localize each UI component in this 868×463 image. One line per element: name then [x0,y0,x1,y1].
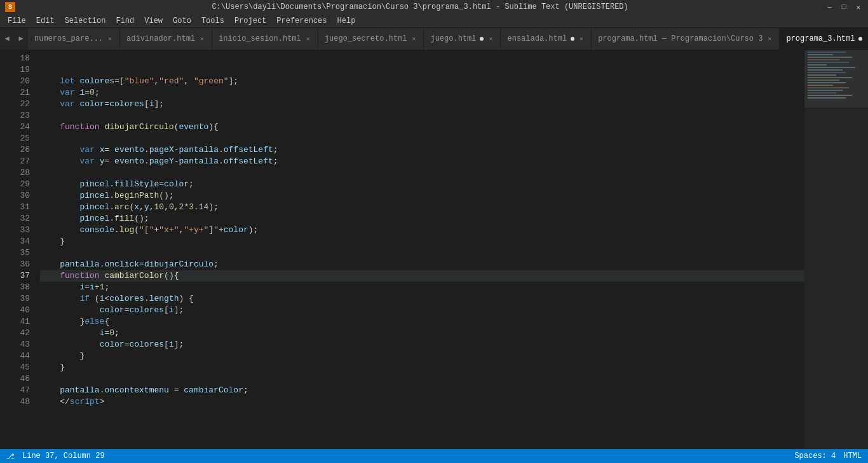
tab-close[interactable]: ✕ [578,34,585,43]
code-line-21: var i=0; [40,87,804,99]
tab-next-button[interactable]: ▶ [14,28,28,50]
line-num-47: 47 [0,385,30,396]
menu-bar: File Edit Selection Find View Goto Tools… [0,14,868,28]
code-line-22: var color=colores[i]; [40,99,804,110]
minimize-button[interactable]: — [825,3,834,11]
menu-tools[interactable]: Tools [196,15,229,27]
code-line-37: function cambiarColor(){ [40,270,804,282]
menu-preferences[interactable]: Preferences [271,15,332,27]
code-line-26: var x= evento.pageX-pantalla.offsetLeft; [40,144,804,156]
tab-programa[interactable]: programa.html — Programacion\Curso 3 ✕ [592,28,780,50]
line-num-45: 45 [0,362,30,373]
code-line-43: color=colores[i]; [40,339,804,350]
tab-close[interactable]: ✕ [487,34,494,43]
line-num-30: 30 [0,190,30,202]
menu-find[interactable]: Find [111,15,139,27]
code-line-33: console.log("["+"x+","+y+"]"+color); [40,225,804,236]
tab-juego[interactable]: juego.html ✕ [424,28,501,50]
minimap-content [804,50,868,432]
line-num-37: 37 [0,270,30,282]
menu-file[interactable]: File [3,15,31,27]
git-icon: ⎇ [6,452,15,460]
tab-numeros[interactable]: numeros_pare... ✕ [28,28,120,50]
menu-view[interactable]: View [139,15,168,27]
tab-prev-button[interactable]: ◀ [0,28,14,50]
line-num-38: 38 [0,282,30,293]
tab-label: juego_secreto.html [325,34,407,43]
menu-project[interactable]: Project [229,15,271,27]
code-area[interactable]: let colores=["blue","red", "green"]; var… [35,50,804,449]
line-num-24: 24 [0,121,30,133]
encoding-indicator[interactable]: HTML [843,452,862,460]
line-num-48: 48 [0,396,30,408]
tab-label: programa_3.html [786,34,855,43]
code-line-41: }else{ [40,316,804,328]
line-num-32: 32 [0,213,30,225]
unsaved-dot [571,37,574,41]
code-line-23 [40,110,804,121]
code-line-24: function dibujarCirculo(evento){ [40,121,804,133]
tab-bar: ◀ ▶ numeros_pare... ✕ adivinador.html ✕ … [0,28,868,50]
menu-selection[interactable]: Selection [60,15,111,27]
line-num-18: 18 [0,53,30,64]
minimap[interactable] [804,50,868,449]
cursor-position[interactable]: Line 37, Column 29 [22,452,105,460]
tab-programa3[interactable]: programa_3.html ✕ [780,28,868,50]
code-line-19 [40,64,804,76]
line-num-25: 25 [0,133,30,144]
maximize-button[interactable]: □ [839,3,849,11]
line-num-36: 36 [0,259,30,270]
menu-edit[interactable]: Edit [31,15,60,27]
app-icon: S [5,2,15,12]
line-num-35: 35 [0,247,30,259]
title-bar: S C:\Users\dayli\Documents\Programacion\… [0,0,868,14]
line-num-33: 33 [0,225,30,236]
tab-close[interactable]: ✕ [766,34,773,43]
code-line-18 [40,53,804,64]
line-num-29: 29 [0,179,30,190]
code-line-45: } [40,362,804,373]
tab-juego-secreto[interactable]: juego_secreto.html ✕ [318,28,424,50]
close-button[interactable]: ✕ [853,3,863,11]
line-num-39: 39 [0,293,30,305]
unsaved-dot [858,37,862,41]
code-line-34: } [40,236,804,247]
line-num-20: 20 [0,76,30,87]
line-numbers: 18 19 20 21 22 23 24 25 26 27 28 29 30 3… [0,50,35,449]
code-line-28 [40,167,804,179]
status-right: Spaces: 4 HTML [794,452,862,460]
code-line-20: let colores=["blue","red", "green"]; [40,76,804,87]
svg-rect-19 [804,50,868,107]
code-line-29: pincel.fillStyle=color; [40,179,804,190]
tab-close[interactable]: ✕ [199,34,205,43]
tab-close[interactable]: ✕ [410,34,417,43]
status-bar: ⎇ Line 37, Column 29 Spaces: 4 HTML [0,449,868,463]
line-num-44: 44 [0,350,30,362]
line-num-34: 34 [0,236,30,247]
code-line-47: pantalla.oncontextmenu = cambiarColor; [40,385,804,396]
code-line-38: i=i+1; [40,282,804,293]
code-line-48: </script> [40,396,804,408]
code-line-35 [40,247,804,259]
menu-help[interactable]: Help [332,15,361,27]
tab-inicio[interactable]: inicio_sesion.html ✕ [212,28,318,50]
tab-label: programa.html — Programacion\Curso 3 [598,34,763,43]
line-num-40: 40 [0,305,30,316]
window-controls[interactable]: — □ ✕ [825,3,863,11]
tab-adivinador[interactable]: adivinador.html ✕ [120,28,212,50]
tab-close[interactable]: ✕ [107,34,113,43]
tab-label: numeros_pare... [34,34,103,43]
code-line-30: pincel.beginPath(); [40,190,804,202]
code-line-42: i=0; [40,328,804,339]
tab-ensalada[interactable]: ensalada.html ✕ [501,28,592,50]
line-num-42: 42 [0,328,30,339]
line-num-27: 27 [0,156,30,167]
code-line-44: } [40,350,804,362]
tab-close[interactable]: ✕ [305,34,311,43]
line-num-23: 23 [0,110,30,121]
unsaved-dot [480,37,484,41]
code-line-25 [40,133,804,144]
line-num-22: 22 [0,99,30,110]
menu-goto[interactable]: Goto [168,15,196,27]
spaces-indicator[interactable]: Spaces: 4 [794,452,836,460]
